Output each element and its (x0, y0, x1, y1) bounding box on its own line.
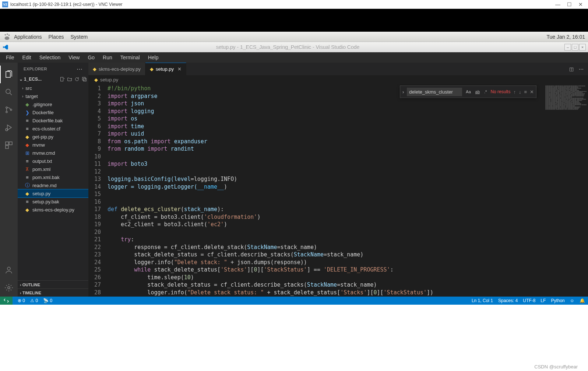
file-tree-item[interactable]: ⊞mvnw.cmd (18, 149, 88, 157)
tab-close-icon[interactable]: ✕ (177, 66, 182, 72)
gnome-foot-icon (3, 33, 11, 41)
menu-file[interactable]: File (2, 53, 18, 62)
gnome-menu-system[interactable]: System (71, 34, 88, 40)
status-encoding[interactable]: UTF-8 (523, 298, 535, 303)
menubar: FileEditSelectionViewGoRunTerminalHelp (0, 52, 588, 63)
vnc-titlebar: V2 localhost:1 (ip-100-92-28-119:1 (ec2-… (0, 0, 588, 9)
remote-indicator[interactable] (0, 297, 13, 305)
file-tree-item[interactable]: ›target (18, 92, 88, 100)
explorer-more-icon[interactable]: ⋯ (77, 66, 83, 73)
menu-terminal[interactable]: Terminal (117, 53, 144, 62)
maximize-button[interactable]: ☐ (567, 1, 572, 7)
win-maximize[interactable]: □ (572, 44, 578, 50)
outline-section[interactable]: › OUTLINE (18, 280, 88, 288)
status-errors[interactable]: ⊗ 0 (18, 298, 25, 303)
activity-explorer[interactable] (0, 66, 18, 83)
file-tree-item[interactable]: ›src (18, 84, 88, 92)
svg-rect-10 (9, 142, 12, 145)
breadcrumb[interactable]: ◆ setup.py (88, 75, 588, 84)
file-tree-item[interactable]: ◆get-pip.py (18, 133, 88, 141)
win-minimize[interactable]: – (564, 44, 571, 50)
activity-search[interactable] (0, 83, 18, 101)
menu-help[interactable]: Help (144, 53, 162, 62)
match-case-icon[interactable]: Aa (465, 89, 471, 95)
svg-rect-15 (82, 77, 85, 80)
svg-point-0 (5, 34, 6, 35)
activity-scm[interactable] (0, 101, 18, 119)
activity-debug[interactable] (0, 119, 18, 136)
file-tree-item[interactable]: ≡output.txt (18, 157, 88, 165)
statusbar: ⊗ 0 ⚠ 0 📡 0 Ln 1, Col 1 Spaces: 4 UTF-8 … (0, 297, 588, 305)
find-results: No results (490, 89, 510, 94)
file-tree-item[interactable]: ◆.gitignore (18, 100, 88, 108)
menu-edit[interactable]: Edit (19, 53, 35, 62)
find-close-icon[interactable]: ✕ (530, 89, 534, 95)
activity-settings[interactable] (0, 279, 18, 297)
menu-run[interactable]: Run (99, 53, 116, 62)
svg-point-2 (8, 34, 10, 36)
file-tree-item[interactable]: ◆setup.py (18, 189, 88, 197)
status-feedback-icon[interactable]: ☺ (570, 298, 574, 303)
svg-point-6 (6, 111, 7, 113)
new-folder-icon[interactable] (67, 77, 72, 82)
tab[interactable]: ◆skms-ecs-deploy.py (88, 63, 145, 75)
activity-extensions[interactable] (0, 136, 18, 154)
find-toggle-icon[interactable]: › (402, 89, 404, 95)
collapse-icon[interactable] (82, 77, 87, 82)
svg-point-3 (5, 36, 10, 40)
file-tree-item[interactable]: ≡Dockerfile.bak (18, 116, 88, 125)
file-tree-item[interactable]: ◆mvnw (18, 141, 88, 149)
activity-account[interactable] (0, 261, 18, 279)
split-editor-icon[interactable]: ◫ (569, 66, 574, 72)
minimize-button[interactable]: — (555, 1, 560, 7)
status-cursor[interactable]: Ln 1, Col 1 (472, 298, 493, 303)
svg-point-13 (8, 287, 10, 289)
find-next-icon[interactable]: ↓ (519, 89, 521, 95)
gnome-menu-places[interactable]: Places (49, 34, 64, 40)
file-tree-item[interactable]: ≡pom.xml.bak (18, 173, 88, 181)
folder-header[interactable]: ⌄ 1_ECS... (18, 75, 88, 83)
find-input[interactable] (407, 88, 462, 96)
status-lang[interactable]: Python (551, 298, 564, 303)
page-whitespace (0, 305, 588, 371)
file-tree-item[interactable]: ⊼pom.xml (18, 165, 88, 173)
gnome-menu-applications[interactable]: Applications (14, 34, 42, 40)
whole-word-icon[interactable]: ab (475, 89, 480, 95)
timeline-section[interactable]: › TIMELINE (18, 288, 88, 297)
clock[interactable]: Tue Jan 2, 16:01 (546, 34, 585, 40)
status-spaces[interactable]: Spaces: 4 (498, 298, 518, 303)
status-ports[interactable]: 📡 0 (43, 298, 52, 303)
menu-view[interactable]: View (65, 53, 83, 62)
folder-name: 1_ECS... (24, 77, 42, 82)
tab[interactable]: ◆setup.py✕ (145, 63, 186, 75)
status-eol[interactable]: LF (541, 298, 546, 303)
svg-rect-14 (61, 77, 63, 81)
file-tree-item[interactable]: ≡setup.py.bak (18, 197, 88, 206)
explorer-title: EXPLORER (24, 67, 47, 71)
watermark: CSDN @scruffybear (534, 364, 578, 370)
win-close[interactable]: × (579, 44, 586, 50)
file-tree-item[interactable]: ≡ecs-cluster.cf (18, 125, 88, 133)
find-prev-icon[interactable]: ↑ (513, 89, 516, 95)
minimap[interactable]: ████████████████████ ███████████████████… (544, 84, 588, 297)
svg-rect-9 (6, 142, 8, 145)
file-tree-item[interactable]: ⓘreadme.md (18, 181, 88, 189)
status-warnings[interactable]: ⚠ 0 (30, 298, 38, 303)
menu-selection[interactable]: Selection (36, 53, 64, 62)
more-actions-icon[interactable]: ⋯ (579, 66, 584, 72)
status-bell-icon[interactable]: 🔔 (580, 298, 585, 303)
svg-point-5 (6, 107, 7, 108)
find-selection-icon[interactable]: ≡ (524, 89, 527, 95)
close-button[interactable]: ✕ (578, 1, 583, 7)
new-file-icon[interactable] (60, 77, 65, 82)
code-content[interactable]: #!/bin/python import argparse import jso… (108, 84, 544, 297)
editor: ◆skms-ecs-deploy.py◆setup.py✕ ◫ ⋯ ◆ setu… (88, 63, 588, 297)
file-tree-item[interactable]: ◆skms-ecs-deploy.py (18, 206, 88, 214)
menu-go[interactable]: Go (84, 53, 98, 62)
file-tree-item[interactable]: ❯Dockerfile (18, 108, 88, 116)
sidebar: EXPLORER ⋯ ⌄ 1_ECS... ›src›target◆.gitig… (18, 63, 88, 297)
python-icon: ◆ (94, 77, 98, 83)
vnc-icon: V2 (2, 1, 8, 7)
refresh-icon[interactable] (74, 77, 80, 82)
regex-icon[interactable]: .* (483, 89, 487, 95)
